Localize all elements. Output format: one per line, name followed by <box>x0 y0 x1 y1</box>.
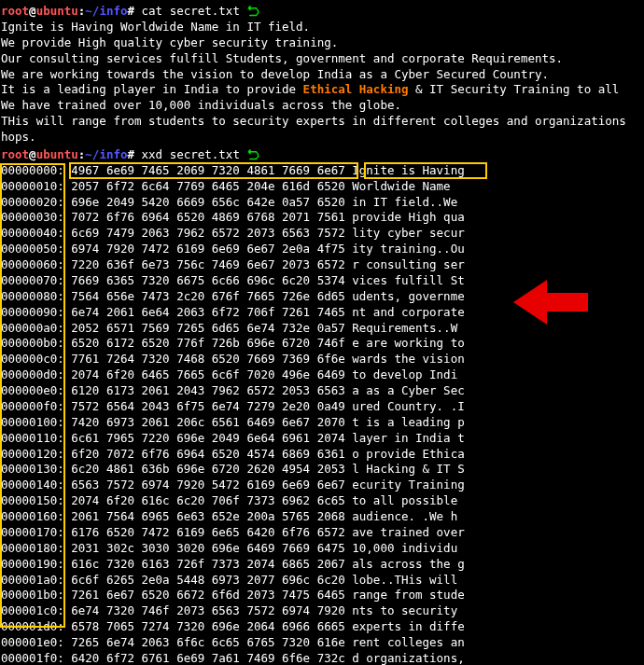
command-cat: cat secret.txt <box>142 4 240 18</box>
svg-marker-0 <box>513 280 588 325</box>
hex-row: 000001d0: 6578 7065 7274 7320 696e 2064 … <box>1 619 465 635</box>
hex-row: 00000010: 2057 6f72 6c64 7769 6465 204e … <box>1 179 465 195</box>
prompt-symbol: # <box>127 4 134 18</box>
hex-row: 00000040: 6c69 7479 2063 7962 6572 2073 … <box>1 226 465 242</box>
hex-row: 000001b0: 7261 6e67 6520 6672 6f6d 2073 … <box>1 588 465 603</box>
hex-row: 000000e0: 6120 6173 2061 2043 7962 6572 … <box>1 383 465 399</box>
hex-row: 00000120: 6f20 7072 6f76 6964 6520 4574 … <box>1 447 465 463</box>
red-arrow-icon <box>513 274 588 330</box>
prompt-host: ubuntu <box>36 4 78 18</box>
hex-row: 00000090: 6e74 2061 6e64 2063 6f72 706f … <box>1 305 465 321</box>
output-line: We are working towards the vision to dev… <box>1 67 644 83</box>
hex-row: 00000030: 7072 6f76 6964 6520 4869 6768 … <box>1 210 465 226</box>
hex-row: 000001e0: 7265 6e74 2063 6f6c 6c65 6765 … <box>1 635 465 651</box>
hex-row: 00000110: 6c61 7965 7220 696e 2049 6e64 … <box>1 431 465 447</box>
hex-row: 00000050: 6974 7920 7472 6169 6e69 6e67 … <box>1 242 465 257</box>
command-xxd: xxd secret.txt <box>142 147 240 161</box>
hex-row: 000000f0: 7572 6564 2043 6f75 6e74 7279 … <box>1 399 465 415</box>
hex-row: 000000d0: 2074 6f20 6465 7665 6c6f 7020 … <box>1 367 465 383</box>
output-line: We provide High quality cyber security t… <box>1 35 644 51</box>
prompt-user: root <box>1 4 29 18</box>
return-icon: ⮌ <box>246 146 259 164</box>
xxd-output: 00000000: 4967 6e69 7465 2069 7320 4861 … <box>1 163 465 665</box>
cat-output: Ignite is Having Worldwide Name in IT fi… <box>1 20 644 145</box>
hex-row: 00000140: 6563 7572 6974 7920 5472 6169 … <box>1 478 465 493</box>
output-line: We have trained over 10,000 individuals … <box>1 98 644 114</box>
hex-row: 000000c0: 7761 7264 7320 7468 6520 7669 … <box>1 352 465 367</box>
hex-row: 000001f0: 6420 6f72 6761 6e69 7a61 7469 … <box>1 651 465 665</box>
hex-row: 000000a0: 2052 6571 7569 7265 6d65 6e74 … <box>1 321 465 337</box>
prompt-path: ~/info <box>85 4 127 18</box>
prompt-line-2: root@ubuntu:~/info# xxd secret.txt ⮌ <box>1 145 644 163</box>
hex-row: 00000000: 4967 6e69 7465 2069 7320 4861 … <box>1 163 465 179</box>
terminal[interactable]: root@ubuntu:~/info# cat secret.txt ⮌ Ign… <box>0 0 644 665</box>
hex-row: 00000020: 696e 2049 5420 6669 656c 642e … <box>1 195 465 211</box>
hex-row: 00000070: 7669 6365 7320 6675 6c66 696c … <box>1 273 465 289</box>
hex-row: 000001a0: 6c6f 6265 2e0a 5448 6973 2077 … <box>1 573 465 589</box>
output-line: It is a leading player in India to provi… <box>1 82 644 98</box>
output-line: hops. <box>1 130 644 145</box>
hex-row: 00000170: 6176 6520 7472 6169 6e65 6420 … <box>1 525 465 541</box>
hex-row: 00000150: 2074 6f20 616c 6c20 706f 7373 … <box>1 493 465 509</box>
prompt-line-1: root@ubuntu:~/info# cat secret.txt ⮌ <box>1 2 644 20</box>
hex-row: 000001c0: 6e74 7320 746f 2073 6563 7572 … <box>1 603 465 619</box>
hex-row: 00000180: 2031 302c 3030 3020 696e 6469 … <box>1 541 465 557</box>
hex-row: 00000060: 7220 636f 6e73 756c 7469 6e67 … <box>1 257 465 273</box>
return-icon: ⮌ <box>246 3 259 21</box>
hex-row: 00000160: 2061 7564 6965 6e63 652e 200a … <box>1 509 465 525</box>
output-line: THis will range from students to securit… <box>1 114 644 130</box>
hex-row: 000000b0: 6520 6172 6520 776f 726b 696e … <box>1 336 465 352</box>
output-line: Ignite is Having Worldwide Name in IT fi… <box>1 20 644 35</box>
hex-row: 00000100: 7420 6973 2061 206c 6561 6469 … <box>1 415 465 431</box>
hex-row: 00000130: 6c20 4861 636b 696e 6720 2620 … <box>1 462 465 478</box>
hex-row: 00000190: 616c 7320 6163 726f 7373 2074 … <box>1 557 465 573</box>
hex-row: 00000080: 7564 656e 7473 2c20 676f 7665 … <box>1 289 465 305</box>
output-line: Our consulting services fulfill Students… <box>1 51 644 67</box>
